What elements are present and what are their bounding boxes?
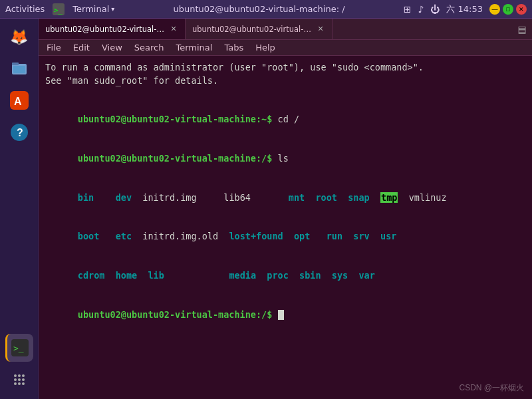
prompt-3: ubuntu02@ubuntu02-virtual-machine:/$ bbox=[78, 309, 278, 320]
terminal-tabs: ubuntu02@ubuntu02-virtual-machine: / ✕ u… bbox=[39, 19, 512, 39]
svg-rect-4 bbox=[13, 66, 25, 73]
apps-grid-button[interactable] bbox=[5, 366, 33, 394]
tab-2-close[interactable]: ✕ bbox=[316, 25, 325, 34]
svg-text:>_: >_ bbox=[13, 343, 24, 353]
svg-point-16 bbox=[22, 378, 25, 381]
menu-search[interactable]: Search bbox=[129, 41, 170, 54]
menu-file[interactable]: File bbox=[41, 41, 66, 54]
prompt-2: ubuntu02@ubuntu02-virtual-machine:/$ bbox=[78, 153, 278, 164]
cursor bbox=[278, 310, 284, 320]
tab-2[interactable]: ubuntu02@ubuntu02-virtual-machine: ~ ✕ bbox=[186, 19, 332, 39]
maximize-button[interactable]: □ bbox=[503, 4, 513, 15]
cmd-1: cd / bbox=[278, 114, 300, 124]
menu-view[interactable]: View bbox=[96, 41, 128, 54]
prompt-line-3: ubuntu02@ubuntu02-virtual-machine:/$ bbox=[45, 295, 525, 334]
terminal-titlebar: ubuntu02@ubuntu02-virtual-machine: / ✕ u… bbox=[39, 19, 532, 40]
svg-text:A: A bbox=[14, 96, 22, 107]
svg-point-19 bbox=[22, 382, 25, 385]
sidebar-item-terminal[interactable]: >_ bbox=[5, 334, 33, 362]
tab-2-label: ubuntu02@ubuntu02-virtual-machine: ~ bbox=[192, 25, 312, 34]
menu-terminal[interactable]: Terminal bbox=[170, 41, 217, 54]
topbar-right: ⊞ ♪ ⏻ 六 14:53 — □ ✕ bbox=[404, 3, 527, 15]
topbar: Activities >_ Terminal ▾ ubuntu02@ubuntu… bbox=[0, 0, 532, 19]
sidebar-item-help[interactable]: ? bbox=[5, 118, 33, 146]
empty-line-1 bbox=[45, 87, 525, 100]
window-controls: — □ ✕ bbox=[489, 4, 527, 15]
power-icon[interactable]: ⏻ bbox=[430, 4, 440, 15]
svg-point-14 bbox=[14, 378, 17, 381]
terminal-sidebar-button[interactable]: ▤ bbox=[512, 24, 532, 35]
sidebar-item-software[interactable]: A bbox=[5, 86, 33, 114]
clock: 六 14:53 bbox=[446, 3, 483, 15]
sudo-line-2: See "man sudo_root" for details. bbox=[45, 74, 525, 88]
network-icon[interactable]: ⊞ bbox=[404, 4, 412, 15]
topbar-title: ubuntu02@ubuntu02-virtual-machine: / bbox=[173, 4, 344, 14]
svg-point-15 bbox=[18, 378, 21, 381]
svg-point-18 bbox=[18, 382, 21, 385]
svg-point-12 bbox=[18, 374, 21, 377]
menu-edit[interactable]: Edit bbox=[68, 41, 95, 54]
svg-point-11 bbox=[14, 374, 17, 377]
sidebar-item-files[interactable] bbox=[5, 55, 33, 82]
menu-bar: File Edit View Search Terminal Tabs Help bbox=[39, 40, 532, 56]
svg-rect-3 bbox=[12, 63, 19, 65]
command-line-2: ubuntu02@ubuntu02-virtual-machine:/$ ls bbox=[45, 139, 525, 178]
cmd-2: ls bbox=[278, 153, 289, 164]
minimize-button[interactable]: — bbox=[489, 4, 500, 15]
ls-row-3: cdrom home lib media proc sbin sys var bbox=[45, 256, 525, 295]
svg-text:?: ? bbox=[17, 127, 23, 138]
tab-1[interactable]: ubuntu02@ubuntu02-virtual-machine: / ✕ bbox=[39, 19, 186, 39]
sidebar-item-firefox[interactable]: 🦊 bbox=[5, 23, 33, 51]
close-button[interactable]: ✕ bbox=[516, 4, 527, 15]
tab-1-label: ubuntu02@ubuntu02-virtual-machine: / bbox=[45, 25, 165, 34]
svg-point-17 bbox=[14, 382, 17, 385]
app-name[interactable]: Terminal ▾ bbox=[72, 4, 114, 14]
ls-row-1: bin dev initrd.img lib64 mnt root snap t… bbox=[45, 178, 525, 217]
volume-icon[interactable]: ♪ bbox=[418, 4, 424, 15]
command-line-1: ubuntu02@ubuntu02-virtual-machine:~$ cd … bbox=[45, 100, 525, 140]
svg-point-13 bbox=[22, 374, 25, 377]
terminal-app-icon: >_ bbox=[53, 3, 65, 15]
menu-tabs[interactable]: Tabs bbox=[219, 41, 249, 54]
prompt-1: ubuntu02@ubuntu02-virtual-machine:~$ bbox=[78, 114, 278, 124]
tab-1-close[interactable]: ✕ bbox=[169, 25, 178, 34]
sidebar: 🦊 A ? >_ bbox=[0, 19, 39, 399]
menu-help[interactable]: Help bbox=[250, 41, 281, 54]
ls-row-2: boot etc initrd.img.old lost+found opt r… bbox=[45, 217, 525, 257]
svg-text:>_: >_ bbox=[54, 5, 63, 14]
terminal-window: ubuntu02@ubuntu02-virtual-machine: / ✕ u… bbox=[39, 19, 532, 399]
sudo-line-1: To run a command as administrator (user … bbox=[45, 61, 525, 74]
activities-button[interactable]: Activities bbox=[5, 4, 45, 14]
watermark: CSDN @一杯烟火 bbox=[459, 382, 524, 394]
topbar-left: Activities >_ Terminal ▾ bbox=[5, 3, 114, 15]
terminal-content[interactable]: To run a command as administrator (user … bbox=[39, 56, 532, 399]
